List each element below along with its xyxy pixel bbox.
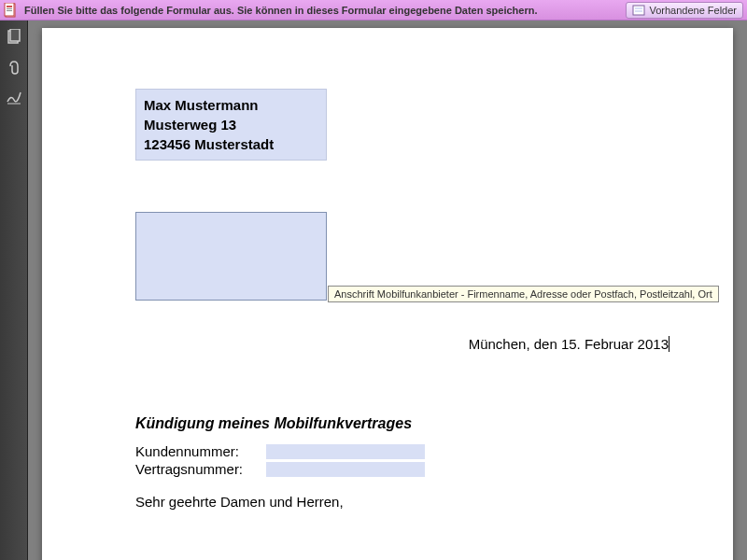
sender-name: Max Mustermann bbox=[144, 95, 318, 115]
customer-number-field[interactable] bbox=[266, 444, 425, 459]
svg-rect-6 bbox=[635, 7, 642, 9]
svg-rect-4 bbox=[7, 10, 12, 11]
sender-city: 123456 Musterstadt bbox=[144, 134, 318, 154]
customer-number-row: Kundennummer: bbox=[135, 443, 677, 459]
main-area: Max Mustermann Musterweg 13 123456 Muste… bbox=[0, 21, 747, 560]
svg-rect-9 bbox=[10, 29, 20, 41]
signatures-panel-button[interactable] bbox=[5, 88, 23, 106]
customer-number-label: Kundennummer: bbox=[135, 443, 266, 459]
left-toolbar bbox=[0, 21, 28, 560]
sender-street: Musterweg 13 bbox=[144, 115, 318, 134]
document-viewport[interactable]: Max Mustermann Musterweg 13 123456 Muste… bbox=[28, 21, 747, 560]
text-cursor bbox=[669, 336, 669, 352]
pdf-form-icon bbox=[4, 3, 19, 18]
recipient-tooltip: Anschrift Mobilfunkanbieter - Firmenname… bbox=[328, 286, 719, 302]
pages-panel-button[interactable] bbox=[5, 28, 23, 47]
subject-line: Kündigung meines Mobilfunkvertrages bbox=[135, 415, 677, 432]
svg-rect-7 bbox=[635, 10, 642, 12]
form-notification-bar: Füllen Sie bitte das folgende Formular a… bbox=[0, 0, 747, 21]
salutation: Sehr geehrte Damen und Herren, bbox=[135, 494, 677, 510]
highlight-icon bbox=[632, 4, 645, 17]
contract-number-label: Vertragsnummer: bbox=[135, 461, 266, 477]
contract-number-field[interactable] bbox=[266, 462, 425, 477]
date-line: München, den 15. Februar 2013 bbox=[135, 336, 677, 352]
sender-address-field[interactable]: Max Mustermann Musterweg 13 123456 Muste… bbox=[135, 89, 327, 161]
pdf-page: Max Mustermann Musterweg 13 123456 Muste… bbox=[42, 28, 733, 560]
svg-rect-2 bbox=[7, 6, 12, 7]
notification-message: Füllen Sie bitte das folgende Formular a… bbox=[24, 5, 626, 16]
attachments-panel-button[interactable] bbox=[5, 58, 23, 77]
contract-number-row: Vertragsnummer: bbox=[135, 461, 677, 477]
highlight-fields-button[interactable]: Vorhandene Felder bbox=[626, 2, 743, 19]
reference-lines: Kundennummer: Vertragsnummer: bbox=[135, 443, 677, 477]
date-text: München, den 15. Februar 2013 bbox=[469, 336, 669, 352]
svg-rect-3 bbox=[7, 8, 12, 9]
highlight-fields-label: Vorhandene Felder bbox=[649, 5, 737, 16]
recipient-address-field[interactable]: Anschrift Mobilfunkanbieter - Firmenname… bbox=[135, 212, 327, 301]
